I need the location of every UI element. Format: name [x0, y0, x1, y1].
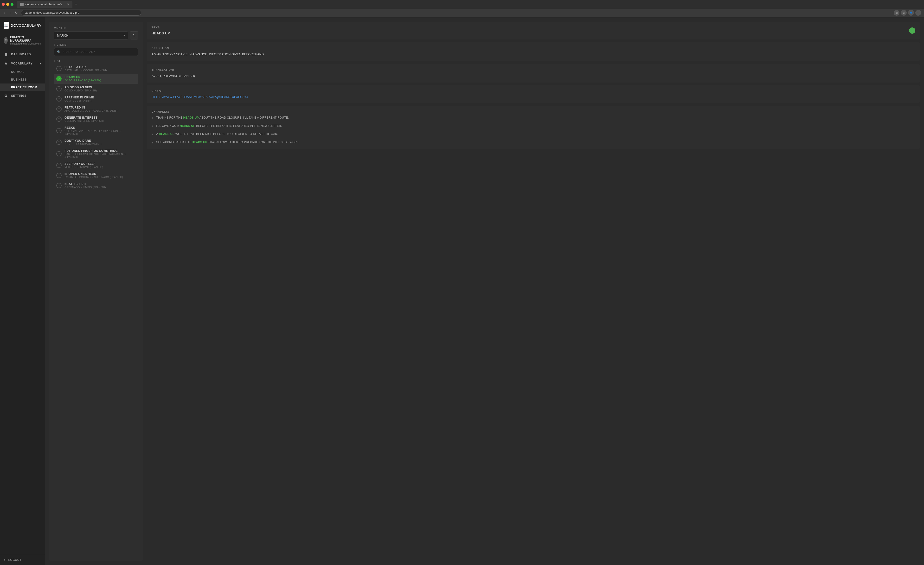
translation-label: TRANSLATION: — [152, 68, 915, 71]
vocabulary-icon: A — [4, 61, 8, 66]
sidebar-item-business[interactable]: BUSINESS — [0, 76, 45, 84]
highlight-term: HEADS UP — [192, 141, 207, 144]
vocab-item-info: SEE FOR YOURSELF VER POR TI MISMO (SPANI… — [64, 162, 103, 168]
vocab-translation: DAR EN EL CLAVO, IDENTIFICAR EXACTAMENTE… — [64, 153, 136, 158]
vocab-item-icon: ? — [56, 96, 62, 102]
list-item[interactable]: ? AS GOOD AS NEW COMO NUEVO (SPANISH) — [54, 84, 138, 94]
vocab-item-icon: ? — [56, 86, 62, 91]
vocab-item-info: DON'T YOU DARE NI SE TE OCURRA (SPANISH) — [64, 139, 102, 145]
vocab-translation: APARECER EN, DESTACADO EN (SPANISH) — [64, 109, 119, 112]
vocab-term: PARTNER IN CRIME — [64, 96, 94, 99]
translation-value: AVISO, PREAVISO (SPANISH) — [152, 73, 915, 78]
dashboard-label: DASHBOARD — [11, 53, 31, 56]
avatar-initials: E — [5, 39, 7, 42]
examples-card: EXAMPLES: + THANKS FOR THE HEADS UP ABOU… — [147, 106, 920, 149]
settings-label: SETTINGS — [11, 94, 27, 97]
logout-button[interactable]: ↩ LOGOUT — [4, 558, 21, 562]
settings-gear-icon: ⚙ — [4, 94, 8, 98]
main-content: MONTH: MARCH ↻ FILTERS: 🔍 LIST: ? — [45, 17, 924, 565]
chevron-down-icon: ▾ — [40, 62, 41, 65]
tab-close-icon[interactable]: ✕ — [67, 3, 69, 6]
example-item: + SHE APPRECIATED THE HEADS UP THAT ALLO… — [152, 140, 915, 145]
vocab-translation: DETALLAR UN COCHE (SPANISH) — [64, 69, 107, 72]
example-item: + A HEADS UP WOULD HAVE BEEN NICE BEFORE… — [152, 132, 915, 137]
logout-icon: ↩ — [4, 558, 6, 562]
vocab-item-icon: ? — [56, 128, 62, 133]
right-panel: TEXT: HEADS UP DEFINITION: A WARNING OR … — [147, 22, 920, 561]
list-item[interactable]: ? SEE FOR YOURSELF VER POR TI MISMO (SPA… — [54, 160, 138, 170]
list-section: LIST: ? DETAIL A CAR DETALLAR UN COCHE (… — [54, 60, 138, 190]
browser-tabs: students.dcvocabulary.com/v... ✕ + — [0, 0, 924, 9]
vocab-item-icon: ? — [56, 173, 62, 178]
url-input[interactable] — [21, 10, 141, 16]
active-tab[interactable]: students.dcvocabulary.com/v... ✕ — [17, 1, 72, 8]
user-email: ERNESTALEXMURRU@GMAIL.COM — [10, 42, 41, 45]
forward-button[interactable]: › — [8, 10, 12, 15]
list-item[interactable]: ? DETAIL A CAR DETALLAR UN COCHE (SPANIS… — [54, 63, 138, 73]
vocab-item-icon: ? — [56, 163, 62, 168]
vocab-item-info: PUT ONES FINGER ON SOMETHING DAR EN EL C… — [64, 149, 136, 158]
list-item[interactable]: ? PARTNER IN CRIME CÓMPLICE (SPANISH) — [54, 94, 138, 104]
month-select[interactable]: MARCH — [54, 31, 128, 39]
sidebar-footer: ↩ LOGOUT — [0, 555, 45, 565]
extensions-icon[interactable]: ⊞ — [894, 10, 900, 16]
vocab-term: DETAIL A CAR — [64, 66, 107, 69]
vocab-item-icon: ? — [56, 66, 62, 71]
video-card: VIDEO: HTTPS://WWW.PLAYPHRASE.ME/#/SEARC… — [147, 85, 920, 103]
reload-button[interactable]: ↻ — [14, 10, 19, 15]
list-item[interactable]: ? DON'T YOU DARE NI SE TE OCURRA (SPANIS… — [54, 137, 138, 147]
refresh-button[interactable]: ↻ — [130, 31, 138, 39]
examples-label: EXAMPLES: — [152, 110, 915, 113]
highlight-term: HEADS UP — [180, 124, 195, 127]
vocab-item-icon: ? — [56, 183, 62, 188]
list-item[interactable]: ? NEAT AS A PIN ORDENADO Y LIMPIO (SPANI… — [54, 180, 138, 190]
sidebar: 📖 DCVOCABULARY E ERNESTO MURRUGARRA ERNE… — [0, 17, 45, 565]
vocab-item-icon: ? — [56, 117, 62, 122]
video-link[interactable]: HTTPS://WWW.PLAYPHRASE.ME/#/SEARCH?Q=HEA… — [152, 95, 248, 99]
list-item[interactable]: ✓ HEADS UP AVISO, PREAVISO (SPANISH) — [54, 73, 138, 84]
list-item[interactable]: ? IN OVER ONES HEAD ESTAR DESBORDADO, SU… — [54, 170, 138, 180]
minimize-window-button[interactable] — [6, 3, 9, 6]
vocab-item-info: IN OVER ONES HEAD ESTAR DESBORDADO, SUPE… — [64, 172, 123, 178]
vocab-item-info: GENERATE INTEREST GENERAR INTERÉS (SPANI… — [64, 116, 104, 122]
vocab-translation: GENERAR INTERÉS (SPANISH) — [64, 119, 104, 122]
vocab-term: HEADS UP — [64, 76, 101, 79]
sidebar-item-practice-room[interactable]: PRACTICE ROOM — [0, 84, 45, 91]
browser-toolbar-right: ⊞ ★ 👤 ⋯ — [894, 10, 921, 16]
list-item[interactable]: ? GENERATE INTEREST GENERAR INTERÉS (SPA… — [54, 114, 138, 124]
list-item[interactable]: ? PUT ONES FINGER ON SOMETHING DAR EN EL… — [54, 147, 138, 160]
list-item[interactable]: ? REEKS OLER MAL, APESTAR; DAR LA IMPRES… — [54, 124, 138, 137]
text-value: HEADS UP — [152, 31, 915, 35]
vocab-term: SEE FOR YOURSELF — [64, 162, 103, 166]
sidebar-item-settings[interactable]: ⚙ SETTINGS — [0, 91, 45, 100]
vocab-translation: NI SE TE OCURRA (SPANISH) — [64, 142, 102, 145]
month-section: MONTH: MARCH ↻ — [54, 27, 138, 39]
example-bullet: + — [152, 141, 153, 145]
bookmark-icon[interactable]: ★ — [901, 10, 907, 16]
sidebar-item-normal[interactable]: NORMAL — [0, 68, 45, 76]
sidebar-user: E ERNESTO MURRUGARRA ERNESTALEXMURRU@GMA… — [0, 33, 45, 47]
vocabulary-label: VOCABULARY — [11, 62, 33, 65]
video-label: VIDEO: — [152, 90, 915, 93]
user-name: ERNESTO MURRUGARRA — [10, 36, 41, 42]
example-text: THANKS FOR THE HEADS UP ABOUT THE ROAD C… — [156, 115, 289, 120]
tab-title: students.dcvocabulary.com/v... — [25, 3, 64, 6]
translation-card: TRANSLATION: AVISO, PREAVISO (SPANISH) — [147, 64, 920, 83]
completion-indicator — [909, 27, 915, 34]
vocab-term: AS GOOD AS NEW — [64, 85, 97, 89]
sidebar-item-dashboard[interactable]: ⊞ DASHBOARD — [0, 50, 45, 59]
settings-icon[interactable]: ⋯ — [915, 10, 921, 16]
browser-chrome: students.dcvocabulary.com/v... ✕ + ‹ › ↻… — [0, 0, 924, 17]
sidebar-item-vocabulary[interactable]: A VOCABULARY ▾ — [0, 59, 45, 68]
user-info: ERNESTO MURRUGARRA ERNESTALEXMURRU@GMAIL… — [10, 36, 41, 45]
list-item[interactable]: ? FEATURED IN APARECER EN, DESTACADO EN … — [54, 104, 138, 114]
maximize-window-button[interactable] — [10, 3, 14, 6]
vocab-translation: CÓMPLICE (SPANISH) — [64, 99, 94, 102]
text-card: TEXT: HEADS UP — [147, 22, 920, 39]
back-button[interactable]: ‹ — [3, 10, 6, 15]
vocab-item-info: DETAIL A CAR DETALLAR UN COCHE (SPANISH) — [64, 66, 107, 72]
search-input[interactable] — [63, 50, 135, 54]
close-window-button[interactable] — [2, 3, 5, 6]
new-tab-button[interactable]: + — [74, 1, 78, 7]
profile-icon[interactable]: 👤 — [908, 10, 914, 16]
